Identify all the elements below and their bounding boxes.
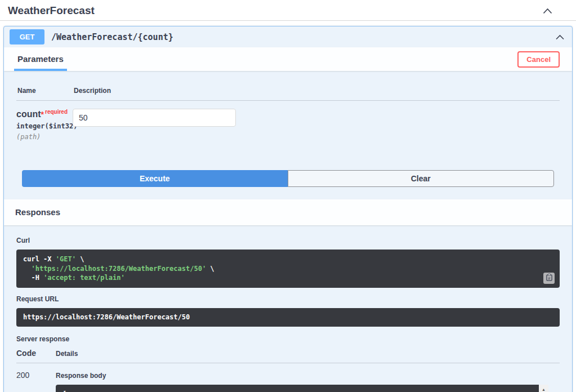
- responses-section-header: Responses: [4, 199, 572, 225]
- opblock-get-weatherforecast: GET /WeatherForecast/{count} Parameters …: [3, 26, 573, 392]
- request-url-label: Request URL: [16, 295, 560, 303]
- response-row-200: 200 Response body [ { "date": "2022-11-0…: [16, 371, 560, 392]
- required-label: required: [45, 109, 68, 115]
- clipboard-icon: [546, 274, 552, 283]
- required-asterisk: *: [41, 110, 44, 119]
- responses-body: Curl curl -X 'GET' \ 'https://localhost:…: [4, 225, 572, 392]
- operation-path: /WeatherForecast/{count}: [51, 32, 173, 42]
- cancel-button[interactable]: Cancel: [517, 51, 560, 68]
- parameter-location: (path): [16, 133, 73, 141]
- parameter-meta: count*required integer($int32) (path): [16, 109, 73, 141]
- chevron-up-icon: [543, 7, 552, 16]
- tab-parameters-label: Parameters: [17, 54, 64, 64]
- chevron-up-icon: [556, 33, 564, 42]
- parameter-row-count: count*required integer($int32) (path): [16, 109, 560, 141]
- curl-command: curl -X 'GET' \ 'https://localhost:7286/…: [16, 250, 560, 288]
- count-input[interactable]: [73, 109, 236, 127]
- execute-wrapper: Execute Clear: [22, 170, 554, 187]
- response-body-code: [ { "date": "2022-11-05T19:02:35.2822559…: [56, 385, 539, 392]
- collapse-operation-button[interactable]: [555, 33, 565, 41]
- response-body-scrollbar[interactable]: ▲: [539, 385, 548, 392]
- responses-table-head: Code Details: [16, 349, 560, 363]
- response-details-cell: Response body [ { "date": "2022-11-05T19…: [56, 371, 548, 392]
- response-body-label: Response body: [56, 372, 548, 380]
- copy-to-clipboard-button[interactable]: [543, 273, 555, 284]
- parameters-body: Name Description count*required integer(…: [4, 71, 572, 187]
- column-header-description: Description: [74, 87, 111, 95]
- column-header-name: Name: [17, 87, 74, 95]
- status-code: 200: [16, 371, 56, 392]
- tab-parameters[interactable]: Parameters: [14, 47, 67, 71]
- parameter-name: count*required: [16, 109, 73, 119]
- server-response-label: Server response: [16, 335, 560, 343]
- operation-summary[interactable]: GET /WeatherForecast/{count}: [4, 26, 572, 47]
- scrollbar-up-arrow-icon[interactable]: ▲: [539, 385, 548, 392]
- curl-block-wrapper: curl -X 'GET' \ 'https://localhost:7286/…: [16, 250, 560, 288]
- parameters-table-head: Name Description: [16, 87, 560, 101]
- parameter-value-cell: [73, 109, 236, 141]
- column-header-code: Code: [16, 349, 56, 358]
- parameters-section-header: Parameters Cancel: [4, 47, 572, 71]
- tag-header: WeatherForecast: [0, 0, 576, 20]
- request-url-value: https://localhost:7286/WeatherForecast/5…: [16, 308, 560, 327]
- tag-divider: [0, 20, 576, 21]
- page-title: WeatherForecast: [8, 5, 95, 17]
- http-method-badge: GET: [10, 29, 44, 44]
- response-body-wrapper: [ { "date": "2022-11-05T19:02:35.2822559…: [56, 385, 548, 392]
- clear-button[interactable]: Clear: [288, 170, 555, 187]
- curl-label: Curl: [16, 237, 560, 244]
- column-header-details: Details: [56, 350, 78, 358]
- collapse-tag-button[interactable]: [542, 7, 553, 15]
- responses-title: Responses: [15, 207, 60, 217]
- parameter-type: integer($int32): [16, 122, 73, 130]
- execute-button[interactable]: Execute: [22, 170, 288, 187]
